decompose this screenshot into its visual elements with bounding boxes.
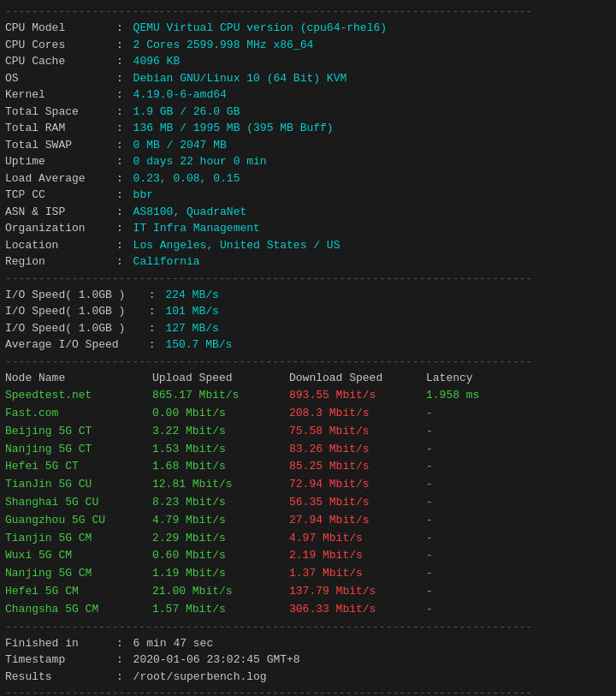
- colon: :: [116, 220, 130, 237]
- system-label: Load Average: [5, 170, 116, 187]
- system-row: CPU Cache: 4096 KB: [5, 53, 611, 70]
- network-row: Nanjing 5G CM 1.19 Mbit/s 1.37 Mbit/s -: [5, 565, 611, 583]
- system-value: QEMU Virtual CPU version (cpu64-rhel6): [133, 20, 387, 37]
- net-upload: 1.68 Mbit/s: [152, 458, 289, 476]
- net-latency: -: [426, 530, 433, 548]
- net-node: Guangzhou 5G CU: [5, 512, 152, 530]
- net-node: Hefei 5G CT: [5, 458, 152, 476]
- net-upload: 1.53 Mbit/s: [152, 441, 289, 459]
- net-upload: 1.19 Mbit/s: [152, 565, 289, 583]
- network-row: Hefei 5G CT 1.68 Mbit/s 85.25 Mbit/s -: [5, 458, 611, 476]
- system-value: bbr: [133, 187, 153, 204]
- colon: :: [116, 70, 130, 87]
- network-row: TianJin 5G CU 12.81 Mbit/s 72.94 Mbit/s …: [5, 476, 611, 494]
- system-row: CPU Cores: 2 Cores 2599.998 MHz x86_64: [5, 37, 611, 54]
- network-row: Nanjing 5G CT 1.53 Mbit/s 83.26 Mbit/s -: [5, 441, 611, 459]
- system-value: 0 MB / 2047 MB: [133, 137, 227, 154]
- header-node: Node Name: [5, 370, 152, 388]
- system-value: Debian GNU/Linux 10 (64 Bit) KVM: [133, 70, 347, 87]
- header-upload: Upload Speed: [152, 370, 289, 388]
- divider-io: ----------------------------------------…: [5, 272, 611, 285]
- net-latency: -: [426, 601, 433, 619]
- colon: :: [116, 237, 130, 254]
- net-node: Hefei 5G CM: [5, 583, 152, 601]
- header-latency: Latency: [426, 370, 473, 388]
- system-value: Los Angeles, United States / US: [133, 237, 341, 254]
- footer-value: 6 min 47 sec: [133, 635, 214, 652]
- io-value: 150.7 MB/s: [165, 336, 232, 354]
- colon: :: [142, 303, 162, 320]
- net-upload: 12.81 Mbit/s: [152, 476, 289, 494]
- colon: :: [116, 137, 130, 154]
- system-label: Total SWAP: [5, 137, 116, 154]
- net-download: 893.55 Mbit/s: [289, 387, 426, 405]
- divider-network: ----------------------------------------…: [5, 355, 611, 368]
- net-latency: -: [426, 565, 433, 583]
- io-label: I/O Speed( 1.0GB ): [5, 320, 142, 337]
- net-node: Shanghai 5G CU: [5, 494, 152, 512]
- network-row: Changsha 5G CM 1.57 Mbit/s 306.33 Mbit/s…: [5, 601, 611, 619]
- net-latency: -: [426, 512, 433, 530]
- net-upload: 865.17 Mbit/s: [152, 387, 289, 405]
- system-value: 2 Cores 2599.998 MHz x86_64: [133, 37, 314, 54]
- net-upload: 0.60 Mbit/s: [152, 547, 289, 565]
- header-download: Download Speed: [289, 370, 426, 388]
- divider-bottom: ----------------------------------------…: [5, 687, 611, 696]
- colon: :: [116, 651, 130, 669]
- footer-value: 2020-01-06 23:02:45 GMT+8: [133, 651, 300, 669]
- net-latency: -: [426, 423, 433, 441]
- io-label: I/O Speed( 1.0GB ): [5, 303, 142, 320]
- system-label: Organization: [5, 220, 116, 237]
- io-value: 101 MB/s: [165, 303, 218, 320]
- net-download: 306.33 Mbit/s: [289, 601, 426, 619]
- system-label: CPU Cache: [5, 53, 116, 70]
- net-latency: -: [426, 476, 433, 494]
- system-value: 4096 KB: [133, 53, 181, 70]
- system-value: California: [133, 253, 200, 271]
- system-value: 4.19.0-6-amd64: [133, 86, 227, 104]
- net-node: Tianjin 5G CM: [5, 530, 152, 548]
- io-row: I/O Speed( 1.0GB ) : 224 MB/s: [5, 287, 611, 304]
- net-node: Changsha 5G CM: [5, 601, 152, 619]
- colon: :: [116, 104, 130, 121]
- colon: :: [142, 336, 162, 354]
- system-value: IT Infra Management: [133, 220, 260, 237]
- system-row: Uptime: 0 days 22 hour 0 min: [5, 153, 611, 170]
- net-upload: 3.22 Mbit/s: [152, 423, 289, 441]
- network-header-row: Node Name Upload Speed Download Speed La…: [5, 370, 611, 388]
- network-row: Fast.com 0.00 Mbit/s 208.3 Mbit/s -: [5, 405, 611, 423]
- system-row: Location: Los Angeles, United States / U…: [5, 237, 611, 254]
- system-row: TCP CC: bbr: [5, 187, 611, 204]
- network-row: Speedtest.net 865.17 Mbit/s 893.55 Mbit/…: [5, 387, 611, 405]
- network-row: Tianjin 5G CM 2.29 Mbit/s 4.97 Mbit/s -: [5, 530, 611, 548]
- net-latency: -: [426, 441, 433, 459]
- system-row: Organization: IT Infra Management: [5, 220, 611, 237]
- colon: :: [116, 153, 130, 170]
- net-latency: 1.958 ms: [426, 387, 479, 405]
- colon: :: [142, 320, 162, 337]
- io-label: I/O Speed( 1.0GB ): [5, 287, 142, 304]
- footer-row: Timestamp: 2020-01-06 23:02:45 GMT+8: [5, 651, 611, 669]
- network-section: Node Name Upload Speed Download Speed La…: [5, 370, 611, 619]
- system-value: 0.23, 0.08, 0.15: [133, 170, 240, 187]
- system-row: Load Average: 0.23, 0.08, 0.15: [5, 170, 611, 187]
- net-node: Fast.com: [5, 405, 152, 423]
- system-label: TCP CC: [5, 187, 116, 204]
- system-row: ASN & ISP: AS8100, QuadraNet: [5, 204, 611, 221]
- system-label: Total Space: [5, 104, 116, 121]
- colon: :: [116, 170, 130, 187]
- net-upload: 21.00 Mbit/s: [152, 583, 289, 601]
- network-row: Wuxi 5G CM 0.60 Mbit/s 2.19 Mbit/s -: [5, 547, 611, 565]
- net-download: 83.26 Mbit/s: [289, 441, 426, 459]
- net-download: 85.25 Mbit/s: [289, 458, 426, 476]
- net-node: TianJin 5G CU: [5, 476, 152, 494]
- io-speed-section: I/O Speed( 1.0GB ) : 224 MB/sI/O Speed( …: [5, 287, 611, 354]
- divider-top: ----------------------------------------…: [5, 5, 611, 18]
- colon: :: [116, 120, 130, 137]
- system-row: Total RAM: 136 MB / 1995 MB (395 MB Buff…: [5, 120, 611, 137]
- net-upload: 1.57 Mbit/s: [152, 601, 289, 619]
- system-label: Kernel: [5, 86, 116, 104]
- net-download: 56.35 Mbit/s: [289, 494, 426, 512]
- net-latency: -: [426, 547, 433, 565]
- system-row: CPU Model: QEMU Virtual CPU version (cpu…: [5, 20, 611, 37]
